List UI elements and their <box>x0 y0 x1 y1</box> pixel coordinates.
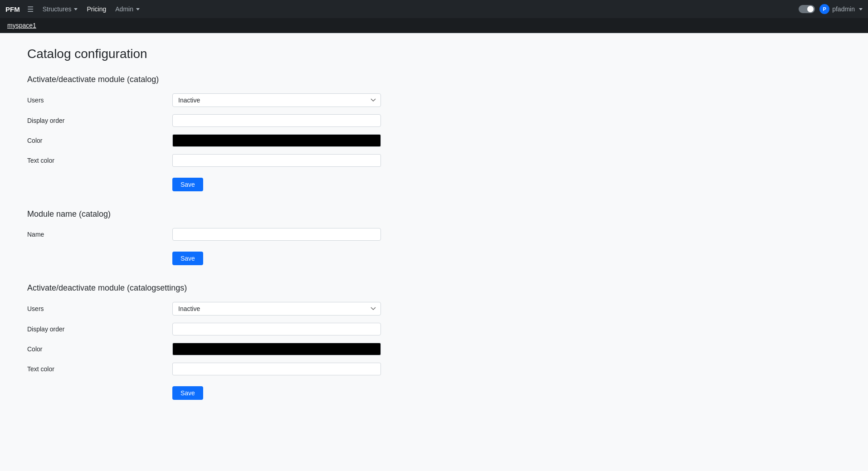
username-label: pfadmin <box>832 5 855 13</box>
field-display-order-catalogsettings: Display order <box>27 323 381 335</box>
save-button-module-name[interactable]: Save <box>172 252 203 265</box>
field-display-order-catalog: Display order <box>27 114 381 127</box>
label-color-catalogsettings: Color <box>27 345 172 353</box>
input-wrap-name-catalog <box>172 228 381 241</box>
hamburger-icon[interactable]: ☰ <box>27 5 34 14</box>
chevron-down-icon-admin <box>136 8 140 10</box>
breadcrumb-link[interactable]: myspace1 <box>7 22 36 29</box>
field-name-catalog: Name <box>27 228 381 241</box>
section-module-name-catalog: Module name (catalog) Name Save <box>27 209 381 265</box>
user-chevron-icon <box>859 8 863 10</box>
save-button-catalog[interactable]: Save <box>172 178 203 191</box>
breadcrumb-bar: myspace1 <box>0 18 868 33</box>
field-text-color-catalogsettings: Text color <box>27 363 381 375</box>
users-catalog-select[interactable]: Inactive Active <box>172 93 381 107</box>
input-wrap-display-order-catalog <box>172 114 381 127</box>
user-menu[interactable]: P pfadmin <box>819 4 863 14</box>
section-activate-catalog: Activate/deactivate module (catalog) Use… <box>27 75 381 191</box>
text-color-input-catalog[interactable] <box>172 154 381 167</box>
nav-links: Structures Pricing Admin <box>39 3 143 15</box>
chevron-down-icon <box>74 8 78 10</box>
input-wrap-display-order-catalogsettings <box>172 323 381 335</box>
save-button-catalogsettings[interactable]: Save <box>172 386 203 400</box>
select-wrap-users-catalogsettings: Inactive Active <box>172 302 381 316</box>
field-text-color-catalog: Text color <box>27 154 381 167</box>
navbar-right: P pfadmin <box>799 4 863 14</box>
name-catalog-input[interactable] <box>172 228 381 241</box>
nav-pricing[interactable]: Pricing <box>83 3 110 15</box>
navbar: PFM ☰ Structures Pricing Admin P pfadmin <box>0 0 868 18</box>
label-text-color-catalog: Text color <box>27 157 172 164</box>
field-color-catalog: Color <box>27 134 381 147</box>
nav-structures[interactable]: Structures <box>39 3 82 15</box>
color-input-catalogsettings[interactable] <box>172 343 381 355</box>
section-activate-catalogsettings: Activate/deactivate module (catalogsetti… <box>27 283 381 400</box>
label-color-catalog: Color <box>27 137 172 144</box>
users-catalogsettings-select[interactable]: Inactive Active <box>172 302 381 316</box>
section-title-module-name: Module name (catalog) <box>27 209 381 219</box>
section-title-catalog: Activate/deactivate module (catalog) <box>27 75 381 84</box>
display-order-catalogsettings-input[interactable] <box>172 323 381 335</box>
nav-admin[interactable]: Admin <box>112 3 143 15</box>
field-color-catalogsettings: Color <box>27 343 381 355</box>
brand-logo[interactable]: PFM <box>5 5 20 13</box>
text-color-wrap-catalogsettings <box>172 363 381 375</box>
page-title: Catalog configuration <box>27 47 381 61</box>
text-color-wrap-catalog <box>172 154 381 167</box>
color-wrap-catalogsettings <box>172 343 381 355</box>
color-input-catalog[interactable] <box>172 134 381 147</box>
label-users-catalog: Users <box>27 97 172 104</box>
field-users-catalogsettings: Users Inactive Active <box>27 302 381 316</box>
theme-toggle[interactable] <box>799 5 815 13</box>
label-display-order-catalog: Display order <box>27 117 172 124</box>
main-content: Catalog configuration Activate/deactivat… <box>0 33 408 432</box>
label-users-catalogsettings: Users <box>27 305 172 312</box>
text-color-input-catalogsettings[interactable] <box>172 363 381 375</box>
label-name-catalog: Name <box>27 231 172 238</box>
label-text-color-catalogsettings: Text color <box>27 365 172 373</box>
label-display-order-catalogsettings: Display order <box>27 325 172 333</box>
color-wrap-catalog <box>172 134 381 147</box>
field-users-catalog: Users Inactive Active <box>27 93 381 107</box>
section-title-catalogsettings: Activate/deactivate module (catalogsetti… <box>27 283 381 293</box>
select-wrap-users-catalog: Inactive Active <box>172 93 381 107</box>
display-order-catalog-input[interactable] <box>172 114 381 127</box>
user-avatar: P <box>819 4 829 14</box>
